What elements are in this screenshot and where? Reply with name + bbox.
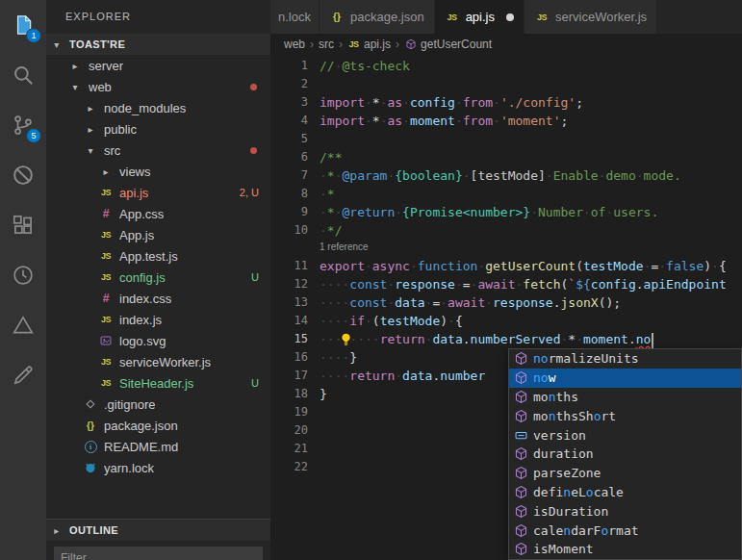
problems-dot (250, 84, 257, 90)
suggestion-monthsShort[interactable]: monthsShort (509, 406, 741, 425)
suggestion-normalizeUnits[interactable]: normalizeUnits (509, 349, 741, 369)
code-token: from (463, 114, 493, 128)
activity-item-edit[interactable] (0, 350, 46, 400)
breadcrumb-item-getUserCount[interactable]: getUserCount (404, 38, 492, 51)
git-status-badge: U (251, 271, 259, 283)
activity-bar: 15 (0, 0, 46, 560)
code-token: as (387, 114, 402, 128)
tree-item-yarn.lock[interactable]: yarn.lock (46, 457, 270, 478)
tree-item-package.json[interactable]: {}package.json (46, 415, 270, 436)
css-file-icon: # (98, 291, 114, 306)
tab-serviceWorker.js[interactable]: JSserviceWorker.js (525, 0, 657, 34)
tree-item-label: src (104, 143, 120, 158)
codelens-row: 1 reference (270, 240, 742, 257)
breadcrumb-item-src[interactable]: src (319, 38, 334, 51)
suggestion-isDuration[interactable]: isDuration (509, 501, 741, 521)
code-token: ; (576, 95, 583, 110)
tree-item-serviceWorker.js[interactable]: JSserviceWorker.js (46, 351, 270, 372)
lightbulb-icon[interactable] (339, 332, 353, 346)
line-number: 5 (270, 130, 320, 148)
whitespace-dots: · (455, 114, 463, 128)
activity-item-run[interactable] (0, 300, 46, 350)
suggestion-months[interactable]: months (509, 388, 741, 407)
tab-package.json[interactable]: {}package.json (320, 0, 435, 34)
code-token: {Promise<number>} (402, 205, 530, 219)
tree-item-label: README.md (104, 440, 178, 454)
text-cursor (652, 333, 653, 348)
tree-item-views[interactable]: ▸views (46, 161, 270, 182)
suggestion-text: version (533, 428, 586, 443)
tree-item-label: server (89, 59, 123, 73)
suggestion-text: w (549, 370, 556, 385)
activity-item-search[interactable] (0, 50, 46, 100)
suggestion-defineLocale[interactable]: defineLocale (509, 483, 741, 502)
whitespace-dots: · (530, 205, 538, 219)
tree-item-App.test.js[interactable]: JSApp.test.js (46, 245, 270, 267)
whitespace-dots: · (658, 259, 666, 273)
suggestion-calendarFormat[interactable]: calendarFormat (509, 521, 741, 540)
code-token: jsonX (561, 295, 599, 310)
code-token: import (320, 95, 365, 110)
tree-item-index.css[interactable]: #index.css (46, 288, 270, 309)
breadcrumb-separator: › (310, 38, 314, 51)
tree-item-node_modules[interactable]: ▸node_modules (46, 97, 270, 118)
js-file-icon: JS (98, 269, 114, 285)
tree-item-logo.svg[interactable]: logo.svg (46, 330, 270, 351)
tree-item-App.css[interactable]: #App.css (46, 203, 270, 224)
suggestion-now[interactable]: now (509, 369, 741, 388)
chevron-right-icon: ▸ (83, 103, 98, 114)
line-number: 13 (270, 293, 320, 312)
tree-item-config.js[interactable]: JSconfig.jsU (46, 267, 270, 288)
tree-item-App.js[interactable]: JSApp.js (46, 224, 270, 245)
tab-n.lock[interactable]: n.lock (270, 0, 320, 34)
activity-item-blocked[interactable] (0, 150, 46, 200)
line-number: 14 (270, 312, 320, 330)
tree-item-src[interactable]: ▾src (46, 140, 270, 161)
filter-input[interactable] (54, 547, 263, 560)
code-token: from (463, 95, 493, 110)
code-token: ( (372, 314, 380, 328)
chevron-right-icon: ▸ (83, 124, 98, 135)
suggestion-text: mo (533, 409, 549, 423)
tree-item-index.js[interactable]: JSindex.js (46, 309, 270, 330)
tree-item-web[interactable]: ▾web (46, 76, 270, 97)
activity-item-source-control[interactable]: 5 (0, 100, 46, 150)
method-icon (513, 542, 528, 557)
suggestion-text: mo (533, 390, 549, 404)
sidebar-bottom: ▸ OUTLINE (46, 519, 270, 560)
suggestion-parseZone[interactable]: parseZone (509, 464, 741, 483)
tree-item-SiteHeader.js[interactable]: JSSiteHeader.jsU (46, 372, 270, 394)
tree-item-public[interactable]: ▸public (46, 118, 270, 140)
code-line-3: 3import·*·as·config·from·'./config'; (270, 93, 742, 112)
whitespace-dots: · (410, 259, 418, 273)
workspace-section-header[interactable]: ▾ TOAST'RE (46, 34, 270, 55)
code-token: if (349, 314, 365, 328)
tree-item-label: web (89, 80, 112, 94)
code-token: './config' (500, 95, 576, 110)
git-file-icon (83, 396, 98, 412)
breadcrumb-item-api.js[interactable]: JSapi.js (347, 38, 391, 51)
tree-item-server[interactable]: ▸server (46, 55, 270, 76)
breadcrumb-item-web[interactable]: web (284, 38, 305, 51)
suggestion-duration[interactable]: duration (509, 445, 741, 464)
tree-item-label: SiteHeader.js (119, 376, 193, 391)
tree-item-api.js[interactable]: JSapi.js2, U (46, 182, 270, 203)
codelens-reference[interactable]: 1 reference (270, 240, 369, 257)
activity-item-extensions[interactable] (0, 200, 46, 250)
suggestion-isMoment[interactable]: isMoment (509, 540, 741, 559)
activity-item-explorer[interactable]: 1 (0, 0, 46, 50)
line-content: export·async·function·getUserCount(testM… (320, 257, 742, 275)
line-number: 21 (270, 440, 320, 458)
suggestion-version[interactable]: version (509, 425, 741, 445)
tree-item-.gitignore[interactable]: .gitignore (46, 394, 270, 415)
activity-item-history[interactable] (0, 250, 46, 300)
tree-item-label: api.js (119, 186, 148, 200)
outline-section-header[interactable]: ▸ OUTLINE (46, 519, 270, 541)
whitespace-dots: · (546, 168, 553, 183)
tree-item-README.md[interactable]: iREADME.md (46, 436, 270, 457)
tab-api.js[interactable]: JSapi.js (435, 0, 525, 34)
code-token: apiEndpoint (644, 277, 727, 292)
breadcrumb-label: web (284, 38, 305, 51)
suggestion-label: defineLocale (533, 485, 624, 499)
line-number: 20 (270, 421, 320, 440)
